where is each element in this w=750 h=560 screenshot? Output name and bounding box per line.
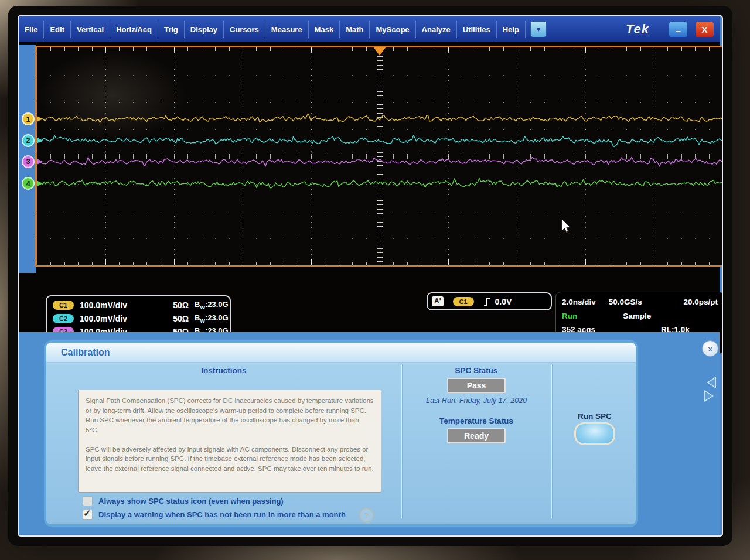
timebase-value: 2.0ns/div: [562, 298, 596, 306]
dialog-body: Instructions Signal Path Compensation (S…: [46, 363, 636, 525]
resolution-value: 20.0ps/pt: [683, 298, 718, 306]
menu-item-cursors[interactable]: Cursors: [224, 21, 265, 38]
rising-edge-icon: [483, 296, 492, 307]
temperature-status-value: Ready: [447, 428, 506, 443]
run-state: Run: [562, 312, 577, 320]
menu-item-trig[interactable]: Trig: [158, 21, 185, 38]
close-icon: X: [701, 25, 707, 35]
channel-position-marker-c4[interactable]: 4: [22, 177, 35, 190]
waveform-traces: [37, 47, 722, 265]
tek-logo: Tek: [626, 22, 669, 37]
desktop-area: Calibration Instructions Signal Path Com…: [19, 332, 720, 534]
menu-item-math[interactable]: Math: [340, 21, 370, 38]
temperature-status-label: Temperature Status: [401, 416, 551, 425]
channel-position-marker-c1[interactable]: 1: [22, 112, 35, 125]
spc-warning-checkbox-label: Display a warning when SPC has not been …: [98, 510, 346, 519]
menu-item-measure[interactable]: Measure: [265, 21, 309, 38]
trigger-source-badge: C1: [453, 297, 474, 306]
channel-scale: 100.0mV/div: [80, 314, 162, 323]
menu-item-mask[interactable]: Mask: [309, 21, 340, 38]
menu-items: FileEditVerticalHoriz/AcqTrigDisplayCurs…: [19, 16, 526, 42]
run-spc-button[interactable]: [574, 422, 615, 445]
channel-position-marker-c3[interactable]: 3: [22, 155, 35, 168]
spc-warning-checkbox[interactable]: [83, 510, 93, 520]
channel-impedance: 50Ω: [162, 301, 189, 310]
trigger-readout[interactable]: A' C1 0.0V: [427, 292, 552, 310]
spc-status-label: SPC Status: [401, 366, 551, 375]
spc-icon-checkbox[interactable]: [83, 496, 93, 506]
spc-status-value: Pass: [447, 378, 506, 393]
minimize-icon: –: [676, 26, 681, 37]
menu-item-help[interactable]: Help: [497, 21, 526, 38]
menu-item-vertical[interactable]: Vertical: [71, 21, 110, 38]
help-button[interactable]: ?: [359, 508, 374, 523]
instructions-title: Instructions: [46, 366, 401, 375]
menu-bar: FileEditVerticalHoriz/AcqTrigDisplayCurs…: [19, 16, 720, 42]
scope-display-area: 1234 C1100.0mV/div50ΩBW:23.0GC2100.0mV/d…: [19, 42, 720, 332]
dialog-header: Calibration: [46, 343, 636, 363]
question-mark-icon: ?: [364, 511, 369, 520]
sample-rate-value: 50.0GS/s: [609, 298, 642, 306]
menu-item-file[interactable]: File: [19, 21, 44, 38]
menu-item-display[interactable]: Display: [185, 21, 224, 38]
waveform-graticule: [35, 46, 723, 267]
nav-back-arrow-icon[interactable]: [707, 377, 716, 388]
channel-readout-row[interactable]: C2100.0mV/div50ΩBW:23.0G: [47, 312, 230, 325]
checkbox-row-spc-warning[interactable]: Display a warning when SPC has not been …: [83, 510, 346, 520]
column-divider-2: [551, 365, 552, 518]
dialog-close-icon: x: [708, 344, 712, 353]
trigger-level: 0.0V: [495, 297, 512, 306]
menu-item-myscope[interactable]: MyScope: [370, 21, 415, 38]
menu-item-analyze[interactable]: Analyze: [416, 21, 457, 38]
acquisition-mode: Sample: [623, 312, 651, 320]
dialog-title: Calibration: [46, 347, 110, 358]
channel-scale: 100.0mV/div: [80, 301, 162, 310]
channel-bandwidth: BW:23.0G: [195, 300, 229, 310]
trigger-badge: A': [432, 296, 444, 306]
minimize-button[interactable]: –: [669, 22, 687, 37]
instructions-paragraph-1: Signal Path Compensation (SPC) corrects …: [86, 396, 374, 435]
menu-item-utilities[interactable]: Utilities: [457, 21, 497, 38]
dialog-close-button[interactable]: x: [702, 340, 718, 357]
spc-last-run: Last Run: Friday, July 17, 2020: [401, 397, 551, 405]
spc-icon-checkbox-label: Always show SPC status icon (even when p…: [98, 497, 284, 506]
channel-readout-row[interactable]: C1100.0mV/div50ΩBW:23.0G: [47, 299, 230, 312]
menu-dropdown-button[interactable]: ▼: [530, 21, 547, 37]
close-button[interactable]: X: [696, 22, 714, 37]
channel-bandwidth: BW:23.0G: [195, 313, 229, 324]
nav-forward-arrow-icon[interactable]: [704, 390, 714, 402]
trigger-position-marker[interactable]: [373, 47, 386, 56]
column-divider-1: [401, 365, 402, 518]
chevron-down-icon: ▼: [535, 26, 541, 33]
instructions-text-box: Signal Path Compensation (SPC) corrects …: [78, 390, 381, 493]
channel-badge-c1[interactable]: C1: [53, 301, 74, 310]
instructions-paragraph-2: SPC will be adversely affected by input …: [86, 445, 374, 474]
photo-background: FileEditVerticalHoriz/AcqTrigDisplayCurs…: [0, 0, 750, 560]
checkbox-row-spc-icon[interactable]: Always show SPC status icon (even when p…: [83, 496, 284, 506]
run-spc-label: Run SPC: [551, 412, 638, 421]
channel-position-marker-c2[interactable]: 2: [22, 134, 35, 147]
calibration-dialog: Calibration Instructions Signal Path Com…: [44, 340, 638, 527]
channel-badge-c2[interactable]: C2: [53, 314, 74, 323]
oscilloscope-screen: FileEditVerticalHoriz/AcqTrigDisplayCurs…: [18, 15, 723, 537]
menu-item-edit[interactable]: Edit: [44, 21, 71, 38]
channel-impedance: 50Ω: [162, 314, 189, 323]
menu-item-horiz-acq[interactable]: Horiz/Acq: [110, 21, 158, 38]
